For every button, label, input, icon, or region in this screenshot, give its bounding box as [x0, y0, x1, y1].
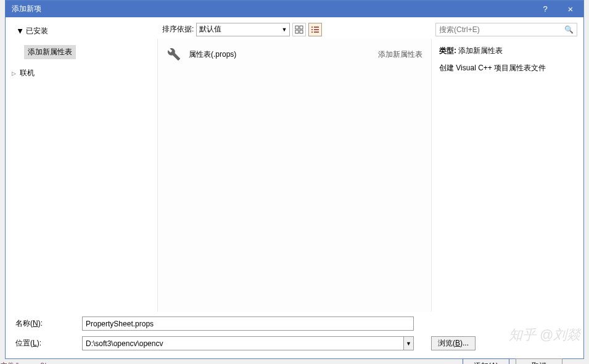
- browse-button[interactable]: 浏览(B)...: [431, 336, 476, 350]
- svg-rect-5: [314, 27, 319, 28]
- chevron-down-icon: ▼: [281, 27, 287, 33]
- bottom-fields: 名称(N): 位置(L): ▼ 浏览(B)... 添加(A) 取消: [6, 312, 583, 364]
- location-field-row: 位置(L): ▼ 浏览(B)...: [15, 336, 574, 350]
- toolbar: ▶ 已安装 排序依据: 默认值 ▼ 🔍: [6, 17, 583, 39]
- svg-rect-4: [311, 27, 313, 28]
- svg-rect-1: [300, 26, 303, 29]
- add-button[interactable]: 添加(A): [463, 358, 509, 364]
- sort-dropdown[interactable]: 默认值 ▼: [196, 23, 290, 36]
- name-label: 名称(N):: [15, 318, 77, 329]
- location-combo[interactable]: ▼: [82, 336, 414, 350]
- wrench-icon: [167, 47, 181, 62]
- info-panel: 类型: 添加新属性表 创建 Visual C++ 项目属性表文件: [432, 39, 583, 312]
- chevron-right-icon: ▷: [12, 70, 16, 77]
- dialog-body: 添加新属性表 ▷ 联机 属性表(.props) 添加新属性表 类型: 添加新属性…: [6, 39, 583, 312]
- search-box[interactable]: 🔍: [435, 23, 577, 36]
- svg-rect-6: [311, 29, 313, 30]
- location-label: 位置(L):: [15, 338, 77, 349]
- cancel-button[interactable]: 取消: [516, 358, 562, 364]
- categories-tree: 添加新属性表 ▷ 联机: [6, 39, 157, 312]
- type-label: 类型:: [439, 46, 456, 55]
- svg-rect-3: [300, 30, 303, 33]
- name-input[interactable]: [82, 316, 414, 331]
- list-item-label: 属性表(.props): [189, 49, 371, 60]
- svg-rect-7: [314, 29, 319, 30]
- sort-by-label: 排序依据:: [162, 24, 194, 35]
- type-row: 类型: 添加新属性表: [439, 45, 576, 56]
- description-row: 创建 Visual C++ 项目属性表文件: [439, 62, 576, 73]
- view-list-button[interactable]: [308, 23, 322, 36]
- type-value: 添加新属性表: [458, 46, 503, 55]
- chevron-down-icon: ▶: [17, 29, 24, 34]
- close-button[interactable]: ×: [558, 4, 583, 14]
- templates-list: 属性表(.props) 添加新属性表: [157, 39, 432, 312]
- online-label: 联机: [20, 68, 35, 78]
- help-button[interactable]: ?: [533, 4, 558, 14]
- add-new-item-dialog: 添加新项 ? × ▶ 已安装 排序依据: 默认值 ▼ 🔍 添加新属性表: [5, 0, 584, 359]
- titlebar: 添加新项 ? ×: [6, 1, 583, 17]
- svg-rect-8: [311, 31, 313, 33]
- action-buttons: 添加(A) 取消: [15, 356, 574, 364]
- installed-label: 已安装: [26, 26, 48, 36]
- view-tiles-button[interactable]: [292, 23, 306, 36]
- list-item-props[interactable]: 属性表(.props) 添加新属性表: [158, 43, 431, 66]
- search-input[interactable]: [439, 25, 562, 34]
- list-item-category: 添加新属性表: [378, 49, 422, 60]
- location-input[interactable]: [83, 337, 403, 350]
- tree-item-property-sheet[interactable]: 添加新属性表: [24, 45, 76, 59]
- dialog-title: 添加新项: [12, 4, 533, 14]
- search-icon: 🔍: [562, 25, 574, 34]
- svg-rect-2: [295, 30, 299, 33]
- svg-rect-9: [314, 31, 319, 33]
- svg-rect-0: [295, 26, 299, 29]
- sort-value: 默认值: [199, 24, 221, 35]
- installed-section-header[interactable]: ▶ 已安装: [12, 22, 160, 36]
- tree-section-online[interactable]: ▷ 联机: [12, 68, 157, 78]
- chevron-down-icon[interactable]: ▼: [403, 337, 413, 350]
- name-field-row: 名称(N):: [15, 316, 574, 331]
